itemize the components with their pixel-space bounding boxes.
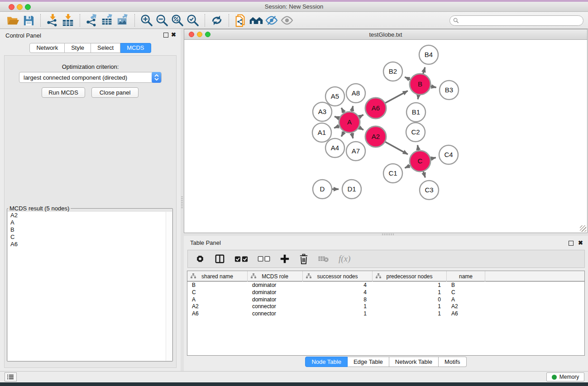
table-cell[interactable]: 1 — [373, 281, 447, 289]
node-A4[interactable]: A4 — [325, 138, 344, 157]
select-all-checkboxes-icon[interactable] — [234, 253, 248, 265]
run-mcds-button[interactable]: Run MCDS — [42, 87, 85, 98]
mcds-result-list[interactable]: A2ABCA6 — [8, 212, 166, 361]
tab-motifs[interactable]: Motifs — [439, 357, 467, 367]
table-row[interactable]: Bdominator41B — [187, 281, 584, 289]
table-cell[interactable]: 4 — [303, 289, 373, 296]
node-B3[interactable]: B3 — [440, 81, 459, 100]
table-cell[interactable]: 1 — [373, 289, 447, 296]
table-cell[interactable]: 1 — [303, 310, 373, 317]
table-cell[interactable]: 0 — [373, 296, 447, 303]
search-field[interactable] — [449, 15, 583, 26]
import-table-icon[interactable] — [60, 13, 76, 28]
tab-network[interactable]: Network — [29, 43, 65, 53]
import-network-icon[interactable] — [45, 13, 60, 28]
tab-edge-table[interactable]: Edge Table — [348, 357, 389, 367]
column-header[interactable]: name — [447, 271, 485, 281]
node-A2[interactable]: A2 — [365, 126, 386, 147]
edge-A-A8[interactable] — [352, 106, 353, 111]
export-image-icon[interactable] — [115, 13, 130, 28]
node-D[interactable]: D — [313, 180, 332, 199]
show-all-icon[interactable] — [279, 13, 295, 28]
table-cell[interactable]: connector — [248, 310, 303, 317]
node-B1[interactable]: B1 — [406, 103, 425, 122]
tab-mcds[interactable]: MCDS — [120, 43, 151, 53]
column-header[interactable]: shared name — [187, 271, 248, 281]
function-builder-icon[interactable]: f(x) — [339, 253, 350, 265]
table-cell[interactable]: 8 — [303, 296, 373, 303]
node-C3[interactable]: C3 — [420, 181, 439, 200]
zoom-in-icon[interactable] — [139, 13, 154, 28]
close-panel-icon[interactable]: ✖ — [171, 31, 176, 39]
edge-B-B1[interactable] — [418, 95, 418, 100]
edge-A-A2[interactable] — [359, 128, 363, 130]
mcds-result-item[interactable]: C — [8, 234, 166, 241]
node-C4[interactable]: C4 — [439, 145, 458, 164]
edge-A2-C[interactable] — [385, 142, 408, 154]
table-cell[interactable]: A6 — [447, 310, 485, 317]
node-A3[interactable]: A3 — [313, 102, 332, 121]
table-cell[interactable]: A2 — [187, 303, 248, 310]
table-cell[interactable]: 1 — [373, 303, 447, 310]
edge-C-C3[interactable] — [423, 172, 425, 177]
delete-row-trash-icon[interactable] — [299, 253, 308, 265]
tab-node-table[interactable]: Node Table — [305, 357, 348, 367]
float-panel-icon[interactable] — [569, 241, 574, 246]
node-A7[interactable]: A7 — [346, 142, 365, 161]
table-cell[interactable]: dominator — [248, 289, 303, 296]
node-C2[interactable]: C2 — [406, 123, 425, 142]
float-panel-icon[interactable] — [163, 33, 168, 38]
table-cell[interactable]: A2 — [447, 303, 485, 310]
edge-B-B3[interactable] — [431, 86, 436, 87]
mcds-result-scrollbar[interactable] — [166, 212, 172, 361]
optimization-criterion-dropdown[interactable]: largest connected component (directed) — [19, 72, 162, 83]
hide-selected-icon[interactable] — [264, 13, 279, 28]
mcds-result-item[interactable]: B — [8, 226, 166, 234]
network-canvas[interactable]: B4B2BB3A8A5A6A3B1AC2A1A2A4A7C4CC1C3DD1 — [184, 40, 587, 233]
edge-C-C4[interactable] — [430, 157, 435, 159]
export-table-icon[interactable] — [100, 13, 115, 28]
task-history-button[interactable] — [5, 372, 17, 381]
edge-A-A5[interactable] — [341, 108, 344, 113]
tab-select[interactable]: Select — [91, 43, 120, 53]
divider-grip[interactable] — [382, 234, 394, 235]
deselect-all-checkboxes-icon[interactable] — [258, 253, 270, 265]
table-cell[interactable]: C — [447, 289, 485, 296]
table-cell[interactable]: 1 — [303, 303, 373, 310]
node-B2[interactable]: B2 — [383, 62, 402, 81]
resize-grip-icon[interactable] — [580, 225, 586, 232]
edge-C-C1[interactable] — [405, 166, 410, 168]
table-row[interactable]: A6connector11A6 — [187, 310, 584, 317]
column-header[interactable]: successor nodes — [303, 271, 373, 281]
node-A1[interactable]: A1 — [312, 123, 331, 142]
node-A6[interactable]: A6 — [365, 98, 386, 119]
table-row[interactable]: Cdominator41C — [187, 289, 584, 296]
column-header[interactable]: predecessor nodes — [373, 271, 447, 281]
column-header[interactable]: MCDS role — [248, 271, 303, 281]
mcds-result-item[interactable]: A — [8, 219, 166, 226]
node-B[interactable]: B — [410, 74, 430, 95]
table-cell[interactable]: A — [447, 296, 485, 303]
table-cell[interactable]: dominator — [248, 296, 303, 303]
zoom-selected-icon[interactable] — [185, 13, 201, 28]
close-panel-icon[interactable]: ✖ — [578, 239, 583, 247]
table-cell[interactable]: 1 — [373, 310, 447, 317]
node-A[interactable]: A — [339, 112, 360, 133]
table-row[interactable]: Adominator80A — [187, 296, 584, 303]
edge-B-B4[interactable] — [423, 67, 425, 74]
table-cell[interactable]: B — [447, 281, 485, 289]
divider-grip[interactable] — [181, 196, 183, 208]
table-cell[interactable]: C — [187, 289, 248, 296]
table-row[interactable]: A2connector11A2 — [187, 303, 584, 310]
save-session-icon[interactable] — [21, 13, 36, 28]
node-D1[interactable]: D1 — [342, 180, 361, 199]
new-network-from-selection-icon[interactable] — [233, 13, 249, 28]
edge-A-A3[interactable] — [335, 116, 339, 118]
edge-A6-B[interactable] — [385, 91, 408, 103]
edge-C-C2[interactable] — [417, 145, 418, 151]
node-C[interactable]: C — [410, 151, 430, 172]
search-input[interactable] — [461, 17, 583, 25]
table-cell[interactable]: A6 — [187, 310, 248, 317]
tab-network-table[interactable]: Network Table — [389, 357, 439, 367]
node-A5[interactable]: A5 — [325, 87, 344, 106]
